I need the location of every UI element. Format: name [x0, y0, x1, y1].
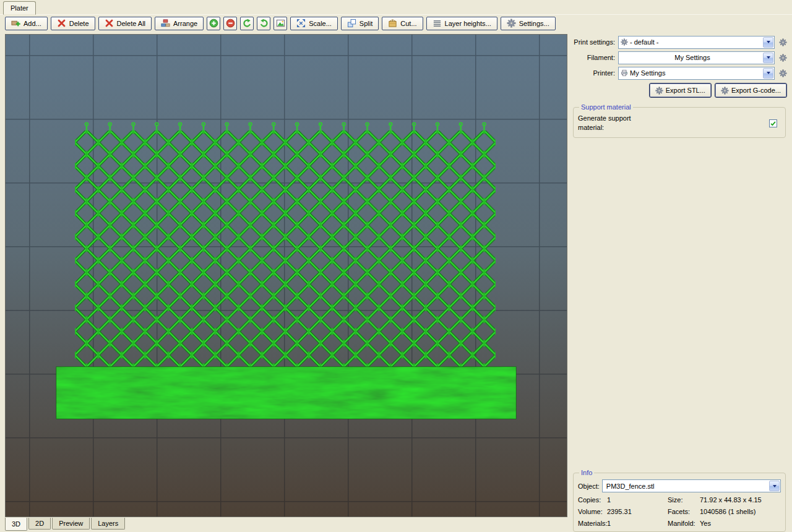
facets-value: 1040586 (1 shells) [700, 508, 781, 515]
delete-all-icon [105, 19, 114, 28]
gear-icon [779, 69, 787, 77]
printer-label: Printer: [573, 69, 615, 77]
increase-copies-button[interactable] [207, 17, 220, 30]
scale-icon [296, 19, 306, 28]
split-button[interactable]: Split [341, 17, 379, 30]
delete-all-button[interactable]: Delete All [98, 17, 152, 30]
plus-circle-icon [209, 19, 218, 28]
printer-dropdown-arrow[interactable] [763, 68, 773, 79]
add-button-label: Add... [24, 20, 41, 27]
settings-button-label: Settings... [519, 20, 549, 27]
scale-button[interactable]: Scale... [290, 17, 338, 30]
fence-base-texture [56, 367, 516, 419]
print-settings-gear-button[interactable] [777, 36, 788, 48]
filament-gear-button[interactable] [777, 52, 788, 63]
info-legend: Info [579, 469, 594, 476]
split-icon [347, 19, 356, 28]
size-label: Size: [668, 496, 700, 504]
object-dropdown-arrow[interactable] [769, 481, 780, 491]
tab-2d-label: 2D [35, 520, 44, 527]
cut-box-icon [388, 19, 397, 28]
fence-model[interactable] [56, 122, 516, 419]
filament-select[interactable]: My Settings [618, 51, 775, 64]
view-tab-strip: 3D 2D Preview Layers [5, 518, 126, 531]
layer-heights-button-label: Layer heights... [445, 20, 491, 27]
gear-icon [721, 87, 729, 95]
printer-gear-button[interactable] [777, 67, 788, 79]
print-settings-dropdown-arrow[interactable] [763, 37, 773, 48]
arrange-button[interactable]: Arrange [155, 17, 204, 30]
generate-support-checkbox[interactable] [769, 119, 777, 127]
tab-plater[interactable]: Plater [3, 1, 36, 15]
export-gcode-label: Export G-code... [731, 87, 781, 94]
layer-heights-button[interactable]: Layer heights... [426, 17, 497, 30]
printer-icon [621, 69, 628, 77]
chevron-down-icon [773, 485, 777, 487]
gear-icon [779, 54, 787, 62]
settings-button[interactable]: Settings... [501, 17, 556, 30]
tab-plater-label: Plater [11, 4, 28, 12]
gear-icon [507, 19, 516, 28]
delete-all-button-label: Delete All [117, 20, 145, 27]
arrange-button-label: Arrange [173, 20, 197, 27]
tab-3d[interactable]: 3D [5, 518, 27, 531]
print-settings-select[interactable]: - default - [618, 36, 775, 49]
gear-icon [779, 38, 787, 46]
tab-preview[interactable]: Preview [52, 518, 90, 530]
support-material-group: Support material Generate support materi… [573, 103, 786, 138]
delete-icon [57, 19, 66, 28]
rotate-cw-button[interactable] [257, 17, 270, 30]
chevron-down-icon [767, 41, 770, 43]
view-button[interactable] [273, 17, 287, 30]
object-info-grid: Copies: 1 Size: 71.92 x 44.83 x 4.15 Vol… [578, 496, 781, 527]
rotate-ccw-icon [243, 19, 252, 28]
filament-dropdown-arrow[interactable] [763, 53, 773, 63]
tab-layers[interactable]: Layers [91, 518, 125, 530]
check-icon [770, 120, 777, 127]
tab-layers-label: Layers [98, 520, 118, 527]
gear-icon [655, 87, 663, 95]
plater-toolbar: Add... Delete Delete All Arrange Scale..… [5, 16, 556, 30]
print-settings-label: Print settings: [573, 38, 615, 46]
filament-value: My Settings [621, 54, 762, 61]
rotate-ccw-button[interactable] [240, 17, 254, 30]
volume-value: 2395.31 [607, 508, 668, 515]
image-icon [276, 19, 285, 28]
chevron-down-icon [767, 56, 770, 59]
support-material-row: Generate support material: [578, 114, 781, 133]
printer-row: Printer: My Settings [573, 66, 788, 80]
export-gcode-button[interactable]: Export G-code... [715, 83, 787, 98]
cut-button[interactable]: Cut... [382, 17, 423, 30]
manifold-label: Manifold: [668, 520, 700, 527]
copies-value: 1 [607, 496, 668, 504]
add-button[interactable]: Add... [5, 17, 48, 30]
rotate-cw-icon [259, 19, 269, 28]
split-button-label: Split [359, 20, 372, 27]
manifold-value: Yes [700, 520, 781, 527]
materials-label: Materials: [578, 520, 607, 527]
copies-label: Copies: [578, 496, 607, 504]
plater-3d-viewport[interactable] [5, 34, 567, 517]
scale-button-label: Scale... [309, 20, 332, 27]
arrange-icon [161, 19, 170, 28]
object-value: PM3D_fence.stl [605, 483, 768, 490]
filament-row: Filament: My Settings [573, 51, 788, 64]
viewport-canvas[interactable] [6, 35, 567, 517]
notebook-edge [0, 14, 792, 15]
chevron-down-icon [767, 72, 770, 74]
printer-value: My Settings [628, 69, 762, 77]
decrease-copies-button[interactable] [223, 17, 237, 30]
chain-link-mesh [75, 131, 496, 367]
delete-button[interactable]: Delete [51, 17, 95, 30]
export-stl-button[interactable]: Export STL... [649, 83, 712, 98]
facets-label: Facets: [668, 508, 700, 515]
volume-label: Volume: [578, 508, 607, 515]
info-group: Info Object: PM3D_fence.stl Copies: 1 Si… [573, 469, 786, 532]
tab-2d[interactable]: 2D [28, 518, 51, 530]
gear-icon [621, 38, 628, 46]
printer-select[interactable]: My Settings [618, 67, 775, 80]
support-material-legend: Support material [579, 103, 633, 111]
minus-circle-icon [226, 19, 235, 28]
object-select[interactable]: PM3D_fence.stl [602, 479, 781, 492]
object-label: Object: [578, 483, 600, 490]
